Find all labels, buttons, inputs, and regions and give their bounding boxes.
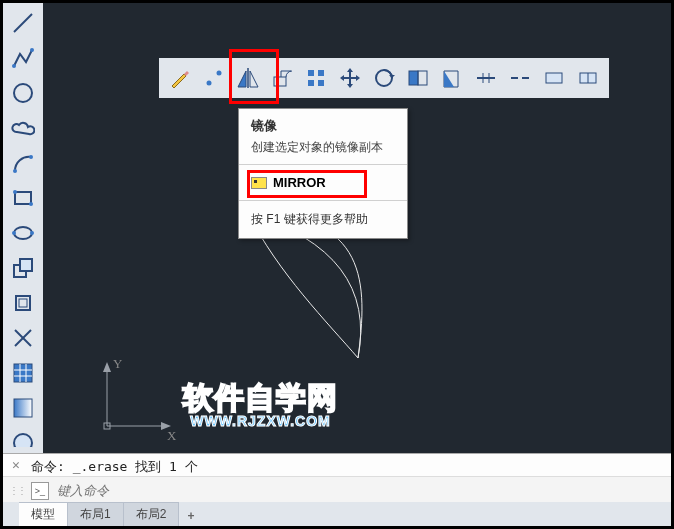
- trim-tool[interactable]: [6, 321, 40, 355]
- svg-marker-30: [238, 71, 246, 87]
- ellipse-tool[interactable]: [6, 216, 40, 250]
- tab-layout1[interactable]: 布局1: [68, 502, 124, 526]
- move-tool[interactable]: [335, 63, 365, 93]
- svg-point-4: [13, 169, 17, 173]
- stretch-tool[interactable]: [403, 63, 433, 93]
- svg-marker-42: [389, 75, 395, 78]
- stretch2-tool[interactable]: [437, 63, 467, 93]
- rectangle-tool[interactable]: [6, 181, 40, 215]
- left-toolbar: [3, 3, 43, 453]
- svg-rect-44: [418, 71, 427, 85]
- tooltip-title: 镜像: [251, 117, 395, 135]
- command-line: ⋮⋮ >_: [3, 476, 671, 504]
- svg-point-3: [14, 84, 32, 102]
- watermark-line1: 软件自学网: [183, 378, 338, 419]
- svg-point-27: [207, 81, 212, 86]
- svg-point-5: [29, 155, 33, 159]
- command-prompt-icon: >_: [31, 482, 49, 500]
- svg-rect-36: [318, 80, 324, 86]
- svg-rect-14: [16, 296, 30, 310]
- modify-toolbar: [159, 58, 609, 98]
- drag-handle-icon[interactable]: ⋮⋮: [9, 485, 25, 496]
- svg-rect-35: [308, 80, 314, 86]
- layout-tabs: 模型 布局1 布局2 +: [3, 502, 671, 526]
- tab-model[interactable]: 模型: [19, 502, 68, 526]
- arc-tool[interactable]: [6, 146, 40, 180]
- svg-rect-34: [318, 70, 324, 76]
- axis-y-label: Y: [113, 356, 123, 371]
- svg-marker-39: [340, 75, 344, 81]
- svg-rect-6: [15, 192, 31, 204]
- svg-marker-46: [444, 71, 454, 87]
- app-window: Y X 软件自学网 WWW.RJZXW.COM 镜像 创建选定对象的镜像副本: [0, 0, 674, 529]
- svg-marker-37: [347, 68, 353, 72]
- array-tool[interactable]: [301, 63, 331, 93]
- gradient-tool[interactable]: [6, 391, 40, 425]
- watermark: 软件自学网 WWW.RJZXW.COM: [183, 378, 338, 429]
- break-tool[interactable]: [505, 63, 535, 93]
- draw-tool[interactable]: [165, 63, 195, 93]
- mirror-tool[interactable]: [233, 63, 263, 93]
- svg-marker-23: [103, 362, 111, 372]
- command-icon: [251, 177, 267, 189]
- svg-point-7: [13, 190, 17, 194]
- cloud-tool[interactable]: [6, 111, 40, 145]
- tab-layout2[interactable]: 布局2: [124, 502, 180, 526]
- svg-point-28: [217, 71, 222, 76]
- svg-rect-18: [14, 364, 32, 382]
- tooltip-command-row: MIRROR: [239, 169, 407, 196]
- extend-tool[interactable]: [471, 63, 501, 93]
- svg-point-10: [12, 231, 16, 235]
- polyline-tool[interactable]: [6, 41, 40, 75]
- command-area: ✕ 命令: _.erase 找到 1 个 ⋮⋮ >_: [3, 453, 671, 505]
- axis-x-label: X: [167, 428, 177, 443]
- ucs-axis-icon: Y X: [95, 358, 175, 438]
- svg-rect-43: [409, 71, 418, 85]
- line-tool[interactable]: [6, 6, 40, 40]
- svg-point-9: [14, 227, 32, 239]
- svg-point-2: [30, 48, 34, 52]
- svg-marker-40: [356, 75, 360, 81]
- svg-rect-13: [20, 259, 32, 271]
- svg-rect-52: [546, 73, 562, 83]
- svg-point-1: [12, 64, 16, 68]
- svg-point-11: [30, 231, 34, 235]
- command-history-text: 命令: _.erase 找到 1 个: [31, 459, 198, 474]
- offset-tool[interactable]: [6, 286, 40, 320]
- circle-tool[interactable]: [6, 76, 40, 110]
- join-tool[interactable]: [573, 63, 603, 93]
- scale-circ-tool[interactable]: [369, 63, 399, 93]
- svg-rect-33: [308, 70, 314, 76]
- watermark-line2: WWW.RJZXW.COM: [183, 413, 338, 429]
- svg-rect-32: [274, 77, 286, 86]
- svg-rect-19: [14, 399, 32, 417]
- svg-point-8: [29, 202, 33, 206]
- svg-rect-15: [19, 299, 27, 307]
- tooltip-command: MIRROR: [273, 175, 326, 190]
- tooltip-help: 按 F1 键获得更多帮助: [239, 205, 407, 238]
- tab-add-button[interactable]: +: [179, 506, 202, 526]
- svg-marker-38: [347, 84, 353, 88]
- tooltip-description: 创建选定对象的镜像副本: [251, 139, 395, 156]
- command-input[interactable]: [55, 482, 665, 499]
- hatch-tool[interactable]: [6, 356, 40, 390]
- copy-tool[interactable]: [6, 251, 40, 285]
- break2-tool[interactable]: [539, 63, 569, 93]
- point-tool[interactable]: [199, 63, 229, 93]
- rotate-tool[interactable]: [267, 63, 297, 93]
- mirror-tooltip: 镜像 创建选定对象的镜像副本 MIRROR 按 F1 键获得更多帮助: [238, 108, 408, 239]
- close-icon[interactable]: ✕: [9, 457, 23, 471]
- command-history: ✕ 命令: _.erase 找到 1 个: [3, 454, 671, 476]
- svg-line-0: [14, 14, 32, 32]
- svg-marker-31: [250, 71, 258, 87]
